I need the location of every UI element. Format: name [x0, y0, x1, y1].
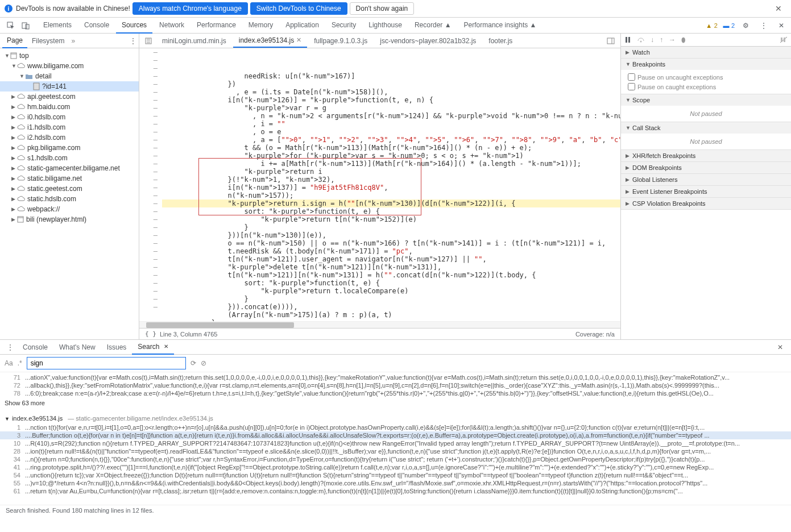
- search-result-line[interactable]: 10...R(410),s=R(292);function n(){return…: [0, 439, 791, 447]
- banner-close-icon[interactable]: ✕: [771, 4, 786, 13]
- match-case-icon[interactable]: Aa: [5, 359, 13, 367]
- btn-dont-show[interactable]: Don't show again: [350, 2, 415, 15]
- main-tab-performance-insights-[interactable]: Performance insights ▲: [458, 18, 542, 34]
- tree-item[interactable]: ▶i1.hdslb.com: [0, 122, 139, 132]
- search-result-line[interactable]: 41...ring.prototype.split,h=/()??/.exec(…: [0, 463, 791, 471]
- regex-icon[interactable]: .*: [18, 359, 22, 367]
- step-over-icon[interactable]: [637, 36, 645, 43]
- main-tab-network[interactable]: Network: [154, 18, 190, 34]
- search-result-line[interactable]: 34...n(){return n=0;function(n,t){}},"00…: [0, 455, 791, 463]
- chk-uncaught[interactable]: Pause on uncaught exceptions: [628, 72, 784, 82]
- search-result-line[interactable]: 71...ationX",value:function(t){var e=Mat…: [0, 373, 791, 381]
- file-tab[interactable]: jsc-vendors~player.802a1b32.js: [374, 35, 482, 47]
- tree-item[interactable]: ▶static.biligame.net: [0, 173, 139, 184]
- section-dom[interactable]: ▶DOM Breakpoints: [621, 162, 791, 173]
- tree-item[interactable]: ▼detail: [0, 71, 139, 81]
- tree-item[interactable]: ▶i0.hdslb.com: [0, 112, 139, 122]
- tree-item[interactable]: ▶i2.hdslb.com: [0, 132, 139, 143]
- search-result-line[interactable]: 61...return t(n);var Au,Eu=bu,Cu=functio…: [0, 487, 791, 495]
- section-scope[interactable]: ▼Scope: [621, 94, 791, 106]
- search-result-line[interactable]: 54...unction(){return tc});var X=Object.…: [0, 471, 791, 479]
- drawer-tab-search[interactable]: Search✕: [132, 340, 174, 355]
- warning-badge[interactable]: ▲2: [705, 22, 718, 30]
- code-editor[interactable]: ––––––––––––––––––––––––––––––––– needRi…: [139, 48, 620, 321]
- file-tab[interactable]: miniLogin.umd.min.js: [156, 35, 232, 47]
- btn-switch-chinese[interactable]: Switch DevTools to Chinese: [250, 2, 347, 15]
- file-tab[interactable]: fullpage.9.1.0.3.js: [308, 35, 373, 47]
- device-icon[interactable]: [18, 19, 33, 32]
- navigator-more-icon[interactable]: »: [71, 37, 75, 45]
- search-result-line[interactable]: 28...ion(t){return null!=t&&(n(t)||"func…: [0, 447, 791, 455]
- tree-item[interactable]: ▶pkg.biligame.com: [0, 143, 139, 153]
- sidebar-toggle-icon[interactable]: [603, 38, 618, 44]
- section-event[interactable]: ▶Event Listener Breakpoints: [621, 186, 791, 197]
- pretty-print-icon[interactable]: { }: [145, 330, 156, 338]
- tree-item[interactable]: ▶static.hdslb.com: [0, 194, 139, 204]
- tree-item[interactable]: ▼top: [0, 51, 139, 61]
- show-more[interactable]: Show 63 more: [0, 397, 791, 409]
- deactivate-bp-icon[interactable]: ⬮: [681, 36, 686, 44]
- main-tab-console[interactable]: Console: [78, 18, 115, 34]
- nav-files-icon[interactable]: [142, 38, 155, 44]
- main-tab-lighthouse[interactable]: Lighthouse: [363, 18, 408, 34]
- tree-item[interactable]: ▼www.biligame.com: [0, 61, 139, 71]
- drawer-tab-what-s-new[interactable]: What's New: [53, 340, 101, 354]
- file-tab[interactable]: footer.js: [483, 35, 518, 47]
- section-breakpoints[interactable]: ▼Breakpoints: [621, 59, 791, 70]
- section-csp[interactable]: ▶CSP Violation Breakpoints: [621, 198, 791, 209]
- tree-item[interactable]: ▶static.geetest.com: [0, 184, 139, 194]
- drawer-tab-console[interactable]: Console: [17, 340, 53, 354]
- main-tab-security[interactable]: Security: [326, 18, 362, 34]
- step-icon[interactable]: →: [669, 36, 676, 44]
- clear-icon[interactable]: ⊘: [201, 359, 206, 367]
- main-tab-elements[interactable]: Elements: [38, 18, 77, 34]
- section-callstack[interactable]: ▼Call Stack: [621, 122, 791, 134]
- file-tab[interactable]: index.e3e95134.js ✕: [233, 34, 307, 48]
- svg-rect-14: [781, 38, 782, 42]
- refresh-icon[interactable]: ⟳: [190, 359, 196, 367]
- tree-item[interactable]: ▶s1.hdslb.com: [0, 153, 139, 163]
- tree-item[interactable]: ▶webpack://: [0, 204, 139, 214]
- btn-match-language[interactable]: Always match Chrome's language: [132, 2, 248, 15]
- drawer-close-icon[interactable]: ✕: [773, 343, 788, 351]
- tree-item[interactable]: ▶api.geetest.com: [0, 92, 139, 102]
- cursor-position: Line 3, Column 4765: [160, 331, 218, 338]
- inspect-icon[interactable]: [3, 19, 18, 32]
- step-out-icon[interactable]: ↑: [660, 36, 663, 44]
- tree-item[interactable]: ?id=141: [0, 81, 139, 92]
- section-xhr[interactable]: ▶XHR/fetch Breakpoints: [621, 150, 791, 161]
- main-tab-application[interactable]: Application: [280, 18, 325, 34]
- debugger-panel: ↓ ↑ → ⬮ ▶Watch ▼Breakpoints Pause on unc…: [620, 34, 791, 339]
- search-result-line[interactable]: 3....Buffer;function o(t,e){for(var n in…: [0, 431, 791, 439]
- search-result-line[interactable]: 72...allback(),this}},{key:"setFromRotat…: [0, 381, 791, 389]
- drawer-kebab-icon[interactable]: ⋮: [3, 343, 17, 351]
- main-tab-sources[interactable]: Sources: [116, 18, 152, 34]
- editor-hscrollbar[interactable]: [139, 321, 620, 328]
- search-input[interactable]: [27, 357, 186, 369]
- search-result-line[interactable]: 55...)v=10;@*/return 4<n?n:null}}(),b,n=…: [0, 479, 791, 487]
- result-group[interactable]: ▼index.e3e95134.js — static-gamecenter.b…: [0, 413, 791, 423]
- navigator-tab-page[interactable]: Page: [2, 34, 27, 48]
- close-devtools-icon[interactable]: ✕: [775, 19, 788, 32]
- main-tab-performance[interactable]: Performance: [191, 18, 242, 34]
- section-watch[interactable]: ▶Watch: [621, 47, 791, 58]
- issues-badge[interactable]: ▬2: [722, 22, 735, 30]
- navigator-kebab-icon[interactable]: ⋮: [130, 37, 136, 45]
- kebab-icon[interactable]: ⋮: [757, 19, 771, 32]
- language-banner: i DevTools is now available in Chinese! …: [0, 0, 791, 18]
- navigator-tab-filesystem[interactable]: Filesystem: [27, 34, 69, 48]
- drawer-tab-issues[interactable]: Issues: [101, 340, 132, 354]
- pause-icon[interactable]: [624, 36, 631, 43]
- tree-item[interactable]: ▶hm.baidu.com: [0, 102, 139, 112]
- chk-caught[interactable]: Pause on caught exceptions: [628, 82, 784, 92]
- main-tab-recorder-[interactable]: Recorder ▲: [409, 18, 457, 34]
- tree-item[interactable]: ▶bili (newplayer.html): [0, 214, 139, 225]
- tree-item[interactable]: ▶static-gamecenter.biligame.net: [0, 163, 139, 173]
- step-into-icon[interactable]: ↓: [651, 36, 654, 44]
- no-pause-icon[interactable]: [780, 36, 788, 43]
- main-tab-memory[interactable]: Memory: [243, 18, 279, 34]
- settings-icon[interactable]: ⚙: [739, 19, 752, 32]
- section-global[interactable]: ▶Global Listeners: [621, 174, 791, 185]
- search-result-line[interactable]: 1...nction t(t){for(var e,n,r=t[0],i=t[1…: [0, 423, 791, 431]
- search-result-line[interactable]: 78...6:0);break;case n:e=(a-r)/l+2;break…: [0, 389, 791, 397]
